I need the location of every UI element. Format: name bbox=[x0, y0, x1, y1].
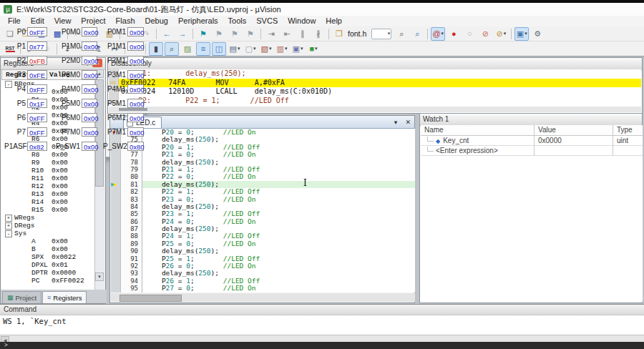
line-number[interactable]: 88 bbox=[121, 232, 142, 240]
port-value-p1asf[interactable]: 0x82 bbox=[27, 142, 47, 151]
line-number[interactable]: 82 bbox=[121, 188, 142, 195]
registers-tab-icon: ≡ bbox=[47, 294, 51, 301]
breakpoint-margin[interactable] bbox=[111, 225, 121, 232]
line-number[interactable]: 87 bbox=[121, 225, 142, 232]
line-number[interactable]: 89 bbox=[121, 240, 142, 247]
line-number[interactable]: 84 bbox=[121, 203, 142, 210]
breakpoint-margin[interactable] bbox=[111, 270, 121, 277]
line-number[interactable]: 93 bbox=[121, 270, 142, 277]
breakpoint-margin[interactable] bbox=[111, 218, 121, 225]
code-line-95[interactable]: 95 P27 = 0; //LED On bbox=[111, 285, 415, 292]
register-row-sys[interactable]: -Sys bbox=[1, 230, 97, 237]
command-history[interactable]: WS 1, `Key_cnt bbox=[0, 315, 644, 335]
register-row-dregs[interactable]: +DRegs bbox=[1, 222, 97, 230]
register-row-r11[interactable]: R110x00 bbox=[1, 174, 97, 182]
port-value-p0m0[interactable]: 0x00 bbox=[82, 27, 97, 36]
breakpoint-margin[interactable] bbox=[111, 203, 121, 210]
breakpoint-margin[interactable] bbox=[111, 210, 121, 217]
code-text[interactable]: P27 = 0; //LED On bbox=[142, 285, 415, 292]
breakpoint-margin[interactable] bbox=[111, 240, 121, 247]
editor-hscrollbar[interactable] bbox=[111, 293, 415, 302]
port-value-p4[interactable]: 0xFF bbox=[27, 84, 47, 94]
port-value-p2[interactable]: 0xFB bbox=[27, 56, 47, 65]
line-number[interactable]: 85 bbox=[121, 210, 142, 217]
port-value-p3[interactable]: 0xFE bbox=[27, 70, 47, 79]
port-value-p0[interactable]: 0xFF bbox=[27, 27, 47, 36]
port-value-p0m1[interactable]: 0x00 bbox=[127, 27, 144, 36]
port-value-p7m0[interactable]: 0x00 bbox=[82, 127, 97, 137]
breakpoint-margin[interactable] bbox=[111, 255, 121, 262]
tree-expander-icon[interactable]: + bbox=[5, 215, 12, 222]
port-value-p4m1[interactable]: 0x00 bbox=[127, 84, 144, 94]
register-value: 0x0000 bbox=[52, 269, 76, 277]
command-prompt-bar[interactable]: > bbox=[0, 342, 644, 349]
port-value-p1[interactable]: 0x77 bbox=[27, 41, 47, 51]
line-number[interactable]: 86 bbox=[121, 218, 142, 225]
scrollbar-thumb[interactable] bbox=[119, 295, 182, 302]
breakpoint-margin[interactable] bbox=[111, 166, 121, 173]
register-row-r13[interactable]: R130x00 bbox=[1, 190, 97, 198]
breakpoint-margin[interactable] bbox=[111, 285, 121, 292]
port-value-p3m0[interactable]: 0x00 bbox=[82, 70, 97, 79]
register-row-r9[interactable]: R90x00 bbox=[1, 159, 97, 167]
breakpoint-margin[interactable] bbox=[111, 159, 121, 166]
register-row-r15[interactable]: R150x00 bbox=[1, 206, 97, 214]
line-number[interactable]: 91 bbox=[121, 255, 142, 262]
breakpoint-margin[interactable] bbox=[111, 277, 121, 285]
port-value-p2m1[interactable]: 0x00 bbox=[127, 56, 144, 65]
port-value-p_sw1[interactable]: 0x00 bbox=[82, 142, 97, 151]
breakpoint-margin[interactable] bbox=[111, 173, 121, 180]
breakpoint-margin[interactable] bbox=[111, 188, 121, 195]
register-row-dpxl[interactable]: DPXL0x01 bbox=[1, 261, 97, 269]
register-row-b[interactable]: B0x00 bbox=[1, 245, 97, 253]
line-number[interactable]: 81 bbox=[121, 181, 142, 188]
line-number[interactable]: 90 bbox=[121, 247, 142, 255]
register-name: R15 bbox=[31, 206, 44, 214]
breakpoint-margin[interactable] bbox=[111, 232, 121, 240]
tree-expander-icon[interactable]: - bbox=[5, 230, 12, 237]
line-number[interactable]: 83 bbox=[121, 196, 142, 203]
port-value-p6m0[interactable]: 0x00 bbox=[82, 113, 97, 122]
pane-tab-project[interactable]: ▦Project bbox=[2, 291, 42, 303]
breakpoint-margin[interactable]: ▶▶ bbox=[111, 181, 121, 188]
port-value-p2m0[interactable]: 0x00 bbox=[82, 56, 97, 65]
register-row-pc[interactable]: PC0xFF0022 bbox=[1, 277, 97, 285]
port-value-p7m1[interactable]: 0x00 bbox=[127, 127, 144, 137]
port-value-p4m0[interactable]: 0x00 bbox=[82, 84, 97, 94]
line-number[interactable]: 79 bbox=[121, 166, 142, 173]
breakpoint-margin[interactable] bbox=[111, 262, 121, 270]
register-row-dptr[interactable]: DPTR0x0000 bbox=[1, 269, 97, 277]
line-number[interactable]: 94 bbox=[121, 277, 142, 285]
register-row-r12[interactable]: R120x00 bbox=[1, 182, 97, 190]
port-value-p7[interactable]: 0xFF bbox=[27, 127, 47, 137]
port-value-p6m1[interactable]: 0x00 bbox=[127, 113, 144, 122]
port-value-p3m1[interactable]: 0x00 bbox=[127, 70, 144, 79]
port-value-p5m1[interactable]: 0x00 bbox=[127, 99, 144, 108]
port-value-p1m0[interactable]: 0x00 bbox=[82, 41, 97, 51]
code-text[interactable]: P22 = 1; //LED Off bbox=[142, 188, 415, 195]
line-number[interactable]: 92 bbox=[121, 262, 142, 270]
port-label-p5m1: P5M1 bbox=[103, 99, 126, 107]
register-row-wregs[interactable]: +WRegs bbox=[1, 214, 97, 222]
port-value-p5[interactable]: 0x1F bbox=[27, 99, 47, 108]
register-row-spx[interactable]: SPX0x0022 bbox=[1, 253, 97, 261]
line-number[interactable]: 95 bbox=[121, 285, 142, 292]
register-row-r14[interactable]: R140x00 bbox=[1, 198, 97, 206]
port-value-p1m1[interactable]: 0x00 bbox=[127, 41, 144, 51]
breakpoint-margin[interactable] bbox=[111, 247, 121, 255]
register-row-a[interactable]: A0x00 bbox=[1, 237, 97, 245]
register-row-r10[interactable]: R100x00 bbox=[1, 167, 97, 174]
port-value-p_sw2[interactable]: 0x80 bbox=[127, 142, 144, 151]
port-value-p6[interactable]: 0xFF bbox=[27, 113, 47, 122]
source-code-area[interactable]: ●74 P20 = 0; //LED On75 delay_ms(250); 7… bbox=[111, 129, 415, 293]
app-icon: µ bbox=[4, 5, 12, 14]
breakpoint-margin[interactable] bbox=[111, 196, 121, 203]
tree-expander-icon[interactable]: + bbox=[5, 222, 12, 230]
port-value-p5m0[interactable]: 0x00 bbox=[82, 99, 97, 108]
scroll-down-icon[interactable]: ▼ bbox=[95, 272, 104, 281]
line-number[interactable]: 80 bbox=[121, 173, 142, 180]
code-line-82[interactable]: 82 P22 = 1; //LED Off bbox=[111, 188, 415, 195]
register-name: DPXL bbox=[31, 261, 48, 269]
pane-tab-registers[interactable]: ≡Registers bbox=[42, 291, 87, 303]
line-number[interactable]: 78 bbox=[121, 159, 142, 166]
